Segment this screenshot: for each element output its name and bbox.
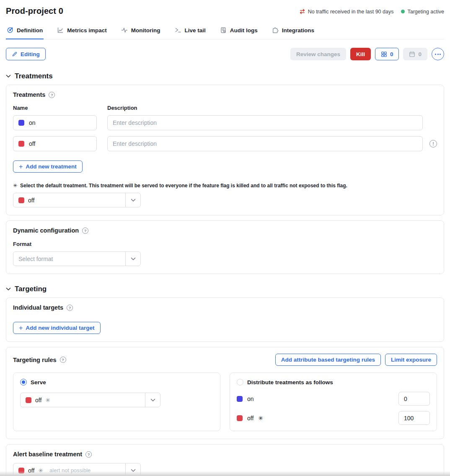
- distribution-percent-input[interactable]: [398, 392, 430, 406]
- name-column-header: Name: [13, 105, 97, 111]
- dynamic-configuration-card: Dynamic configuration ? Format Select fo…: [6, 220, 444, 274]
- add-treatment-button[interactable]: + Add new treatment: [13, 160, 83, 173]
- section-title: Treatments: [15, 72, 53, 80]
- schedule-count-button[interactable]: 0: [403, 48, 427, 60]
- chevron-down-icon: [6, 75, 11, 78]
- serve-label: Serve: [31, 379, 46, 385]
- individual-targets-card: Individual targets ? + Add new individua…: [6, 298, 444, 342]
- ellipsis-icon: [440, 54, 441, 55]
- treatment-color-swatch: [18, 197, 24, 203]
- column-headers: Name Description: [13, 105, 437, 111]
- treatments-section-header[interactable]: Treatments: [6, 72, 444, 80]
- targeting-section-header[interactable]: Targeting: [6, 285, 444, 293]
- serve-radio-row[interactable]: Serve: [20, 379, 213, 385]
- treatment-name-input[interactable]: [29, 119, 91, 126]
- tab-bar: Definition Metrics impact Monitoring: [6, 26, 444, 39]
- card-title: Dynamic configuration: [13, 227, 79, 234]
- grid-icon: [381, 51, 387, 57]
- treatment-name-input[interactable]: [29, 140, 91, 147]
- help-icon[interactable]: ?: [85, 451, 92, 458]
- toolbar: Editing Review changes Kill 0: [6, 48, 444, 60]
- status-dot-icon: [401, 10, 405, 13]
- distribute-radio-row[interactable]: Distribute treatments as follows: [237, 379, 430, 385]
- changes-count-button[interactable]: 0: [375, 48, 399, 60]
- add-attribute-rules-button[interactable]: Add attribute based targeting rules: [275, 354, 381, 366]
- treatment-name-field[interactable]: [13, 136, 97, 151]
- chevron-down-icon: [6, 287, 11, 291]
- alert-baseline-value: off: [28, 467, 34, 474]
- alert-baseline-select[interactable]: off ✳ alert not possible: [13, 463, 141, 476]
- swap-arrows-icon: [299, 8, 305, 15]
- add-individual-target-button[interactable]: + Add new individual target: [13, 322, 101, 334]
- plus-icon: +: [19, 163, 23, 170]
- editing-button[interactable]: Editing: [6, 48, 46, 60]
- card-title: Treatments: [13, 91, 45, 98]
- distribution-treatment-name: on: [247, 396, 254, 402]
- help-icon[interactable]: ?: [67, 305, 73, 311]
- serve-treatment-value: off: [35, 397, 41, 404]
- default-treatment-value: off: [28, 197, 34, 204]
- tab-definition[interactable]: Definition: [6, 26, 44, 39]
- targeting-status: Targeting active: [401, 9, 444, 15]
- chevron-down-icon: [145, 393, 160, 407]
- default-treatment-select[interactable]: off: [13, 193, 141, 207]
- default-note-text: Select the default treatment. This treat…: [20, 183, 347, 189]
- serve-treatment-select[interactable]: off ✳: [20, 393, 160, 407]
- status-group: No traffic received in the last 90 days …: [299, 8, 444, 15]
- add-treatment-label: Add new treatment: [26, 163, 77, 170]
- treatments-card: Treatments ? Name Description: [6, 85, 444, 215]
- tab-integrations[interactable]: Integrations: [271, 26, 315, 39]
- editing-label: Editing: [21, 51, 40, 57]
- distribute-label: Distribute treatments as follows: [247, 379, 333, 385]
- treatment-description-input[interactable]: [107, 115, 423, 130]
- help-icon[interactable]: ?: [49, 92, 55, 98]
- review-changes-button[interactable]: Review changes: [290, 48, 346, 60]
- radio-unchecked-icon[interactable]: [237, 379, 243, 385]
- tab-monitoring[interactable]: Monitoring: [120, 26, 161, 39]
- tab-metrics-impact[interactable]: Metrics impact: [56, 26, 108, 39]
- format-placeholder: Select format: [18, 256, 53, 262]
- help-icon[interactable]: ?: [60, 357, 66, 363]
- distribution-percent-input[interactable]: [398, 411, 430, 425]
- card-title: Alert baseline treatment: [13, 451, 82, 458]
- radio-checked-icon[interactable]: [20, 379, 27, 385]
- audit-log-icon: [220, 27, 227, 34]
- treatment-row: [13, 115, 437, 130]
- targeting-status-text: Targeting active: [407, 9, 444, 15]
- treatment-name-field[interactable]: [13, 115, 97, 130]
- pencil-icon: [12, 51, 18, 57]
- calendar-icon: [409, 51, 415, 57]
- plus-icon: +: [19, 325, 23, 331]
- card-title: Targeting rules: [13, 357, 57, 363]
- puzzle-icon: [272, 27, 279, 34]
- tab-audit-logs[interactable]: Audit logs: [219, 26, 259, 39]
- description-column-header: Description: [107, 105, 423, 111]
- more-options-button[interactable]: [432, 48, 444, 60]
- distribution-treatment-name: off: [247, 415, 253, 422]
- page-title: Prod-project 0: [6, 6, 63, 16]
- kill-button[interactable]: Kill: [350, 48, 371, 60]
- line-chart-icon: [57, 27, 64, 34]
- help-icon[interactable]: ?: [82, 228, 88, 234]
- tab-live-tail[interactable]: Live tail: [174, 26, 207, 39]
- traffic-status: No traffic received in the last 90 days: [299, 8, 394, 15]
- traffic-status-text: No traffic received in the last 90 days: [308, 9, 394, 15]
- pulse-icon: [121, 27, 128, 34]
- chevron-down-icon: [125, 193, 140, 207]
- page: Prod-project 0 No traffic received in th…: [0, 0, 450, 476]
- distribution-row: on: [237, 392, 430, 406]
- limit-exposure-button[interactable]: Limit exposure: [385, 354, 437, 366]
- alert-not-possible-hint: alert not possible: [49, 467, 91, 473]
- tab-label: Monitoring: [131, 27, 160, 34]
- default-treatment-note: ✳ Select the default treatment. This tre…: [13, 183, 437, 189]
- treatment-color-swatch: [18, 141, 24, 147]
- format-select[interactable]: Select format: [13, 251, 141, 266]
- add-individual-target-label: Add new individual target: [26, 325, 94, 331]
- treatment-color-swatch: [18, 468, 24, 473]
- default-asterisk-icon: ✳: [45, 397, 50, 404]
- treatment-color-swatch: [26, 397, 31, 403]
- asterisk-icon: ✳: [13, 183, 17, 189]
- treatment-description-input[interactable]: [107, 136, 423, 151]
- tab-label: Integrations: [282, 27, 314, 34]
- section-title: Targeting: [15, 285, 47, 293]
